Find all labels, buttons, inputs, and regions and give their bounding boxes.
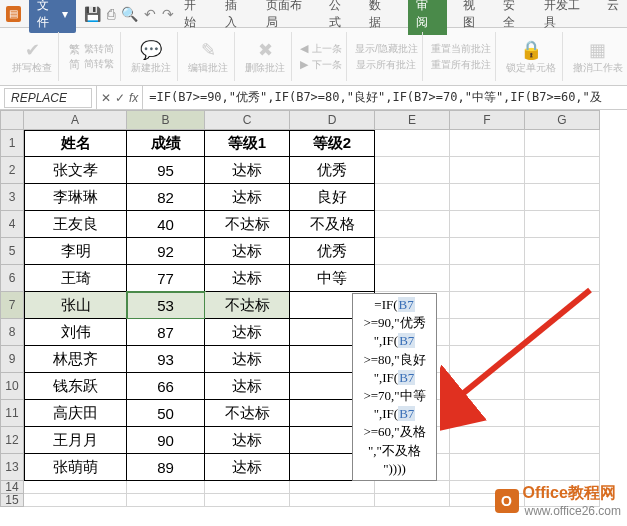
cell[interactable] <box>290 494 375 507</box>
cell[interactable]: 达标 <box>205 184 290 211</box>
cell[interactable]: 不及格 <box>290 211 375 238</box>
cell[interactable]: 40 <box>127 211 205 238</box>
row-header-7[interactable]: 7 <box>0 292 24 319</box>
cell[interactable]: 50 <box>127 400 205 427</box>
tab-home[interactable]: 开始 <box>182 0 209 35</box>
name-box[interactable]: REPLACE <box>4 88 92 108</box>
ribbon-unprotect[interactable]: ▦ 撤消工作表 <box>567 32 627 81</box>
cell[interactable] <box>525 184 600 211</box>
fx-icon[interactable]: fx <box>129 91 138 105</box>
cell[interactable]: 钱东跃 <box>24 373 127 400</box>
cell[interactable]: 不达标 <box>205 292 290 319</box>
cell[interactable] <box>375 211 450 238</box>
cell[interactable] <box>290 481 375 494</box>
col-header-C[interactable]: C <box>205 110 290 130</box>
cell[interactable] <box>24 481 127 494</box>
col-header-B[interactable]: B <box>127 110 205 130</box>
row-header-5[interactable]: 5 <box>0 238 24 265</box>
cell[interactable] <box>525 238 600 265</box>
row-header-6[interactable]: 6 <box>0 265 24 292</box>
cell[interactable]: 等级2 <box>290 130 375 157</box>
cell[interactable]: 95 <box>127 157 205 184</box>
formula-edit-overlay[interactable]: =IF(B7 >=90,"优秀 ",IF(B7 >=80,"良好 ",IF(B7… <box>352 293 437 481</box>
cell[interactable] <box>205 494 290 507</box>
cell[interactable]: 不达标 <box>205 211 290 238</box>
cell[interactable] <box>525 157 600 184</box>
ribbon-delete-comment[interactable]: ✖ 删除批注 <box>239 32 292 81</box>
ribbon-spellcheck[interactable]: ✔ 拼写检查 <box>6 32 59 81</box>
home-icon[interactable]: ▤ <box>6 6 21 22</box>
cell[interactable]: 达标 <box>205 238 290 265</box>
col-header-E[interactable]: E <box>375 110 450 130</box>
cell[interactable]: 张萌萌 <box>24 454 127 481</box>
cell[interactable] <box>450 130 525 157</box>
cell[interactable]: 53 <box>127 292 205 319</box>
cell[interactable]: 中等 <box>290 265 375 292</box>
cell[interactable]: 李琳琳 <box>24 184 127 211</box>
cell[interactable] <box>375 157 450 184</box>
tab-review[interactable]: 审阅 <box>408 0 447 35</box>
cell[interactable]: 达标 <box>205 157 290 184</box>
print-icon[interactable]: ⎙ <box>107 6 115 22</box>
row-header-4[interactable]: 4 <box>0 211 24 238</box>
row-header-10[interactable]: 10 <box>0 373 24 400</box>
preview-icon[interactable]: 🔍 <box>121 6 138 22</box>
cell[interactable] <box>375 494 450 507</box>
cell[interactable]: 姓名 <box>24 130 127 157</box>
cancel-icon[interactable]: ✕ <box>101 91 111 105</box>
row-header-1[interactable]: 1 <box>0 130 24 157</box>
cell[interactable] <box>450 211 525 238</box>
cell[interactable] <box>450 238 525 265</box>
ribbon-edit-comment[interactable]: ✎ 编辑批注 <box>182 32 235 81</box>
tab-developer[interactable]: 开发工具 <box>542 0 591 35</box>
cell[interactable] <box>127 481 205 494</box>
tab-insert[interactable]: 插入 <box>223 0 250 35</box>
cell[interactable]: 达标 <box>205 319 290 346</box>
cell[interactable] <box>450 157 525 184</box>
cell[interactable] <box>375 184 450 211</box>
cell[interactable] <box>205 481 290 494</box>
confirm-icon[interactable]: ✓ <box>115 91 125 105</box>
cell[interactable]: 92 <box>127 238 205 265</box>
cell[interactable] <box>525 211 600 238</box>
cell[interactable]: 王月月 <box>24 427 127 454</box>
col-header-D[interactable]: D <box>290 110 375 130</box>
undo-icon[interactable]: ↶ <box>144 6 156 22</box>
ribbon-new-comment[interactable]: 💬 新建批注 <box>125 32 178 81</box>
cell[interactable] <box>24 494 127 507</box>
row-header-3[interactable]: 3 <box>0 184 24 211</box>
ribbon-lock[interactable]: 🔒 锁定单元格 <box>500 32 563 81</box>
cell[interactable]: 87 <box>127 319 205 346</box>
cell[interactable]: 张山 <box>24 292 127 319</box>
formula-input[interactable]: =IF(B7>=90,"优秀",IF(B7>=80,"良好",IF(B7>=70… <box>143 87 627 108</box>
cell[interactable]: 优秀 <box>290 238 375 265</box>
row-header-12[interactable]: 12 <box>0 427 24 454</box>
col-header-G[interactable]: G <box>525 110 600 130</box>
cell[interactable] <box>450 184 525 211</box>
row-header-11[interactable]: 11 <box>0 400 24 427</box>
file-menu[interactable]: 文件 ▾ <box>29 0 76 33</box>
cell[interactable]: 刘伟 <box>24 319 127 346</box>
save-icon[interactable]: 💾 <box>84 6 101 22</box>
cell[interactable]: 良好 <box>290 184 375 211</box>
tab-security[interactable]: 安全 <box>501 0 528 35</box>
cell[interactable] <box>375 238 450 265</box>
col-header-F[interactable]: F <box>450 110 525 130</box>
row-header-2[interactable]: 2 <box>0 157 24 184</box>
cell[interactable] <box>375 265 450 292</box>
cell[interactable]: 93 <box>127 346 205 373</box>
redo-icon[interactable]: ↷ <box>162 6 174 22</box>
cell[interactable]: 李明 <box>24 238 127 265</box>
cell[interactable]: 89 <box>127 454 205 481</box>
row-header-13[interactable]: 13 <box>0 454 24 481</box>
cell[interactable]: 王琦 <box>24 265 127 292</box>
cell[interactable]: 达标 <box>205 427 290 454</box>
cell[interactable]: 林思齐 <box>24 346 127 373</box>
cell[interactable]: 达标 <box>205 346 290 373</box>
tab-data[interactable]: 数据 <box>367 0 394 35</box>
cell[interactable]: 达标 <box>205 265 290 292</box>
cell[interactable]: 优秀 <box>290 157 375 184</box>
row-header-15[interactable]: 15 <box>0 494 24 507</box>
cell[interactable]: 82 <box>127 184 205 211</box>
cell[interactable] <box>127 494 205 507</box>
